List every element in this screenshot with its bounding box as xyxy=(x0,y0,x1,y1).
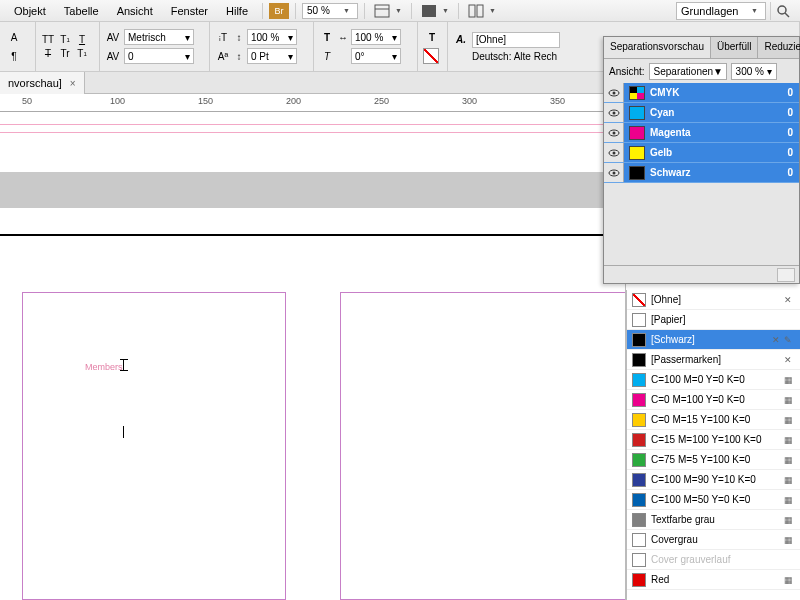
noedit-icon: ✕ xyxy=(784,295,796,305)
vscale-field[interactable]: 100 %▾ xyxy=(247,29,297,45)
fill-icon[interactable]: T xyxy=(423,29,441,45)
menu-hilfe[interactable]: Hilfe xyxy=(218,2,256,20)
bridge-icon[interactable]: Br xyxy=(269,3,289,19)
language-field[interactable]: Deutsch: Alte Rech xyxy=(472,51,557,62)
swatch-row[interactable]: Covergrau▦ xyxy=(627,530,800,550)
swatch-name: C=75 M=5 Y=100 K=0 xyxy=(651,454,784,465)
tab-flatten[interactable]: Reduzie xyxy=(758,37,800,58)
channel-name: Magenta xyxy=(650,127,787,138)
swatch-row[interactable]: C=100 M=0 Y=0 K=0▦ xyxy=(627,370,800,390)
swatch-row[interactable]: [Ohne]✕ xyxy=(627,290,800,310)
swatch-row[interactable]: Textfarbe grau▦ xyxy=(627,510,800,530)
arrange-icon[interactable] xyxy=(465,2,487,20)
svg-rect-4 xyxy=(477,5,483,17)
swatch-row[interactable]: [Passermarken]✕ xyxy=(627,350,800,370)
cmyk-icon: ▦ xyxy=(784,415,796,425)
screen-mode-icon[interactable] xyxy=(418,2,440,20)
cmyk-icon: ▦ xyxy=(784,375,796,385)
skew-field[interactable]: 0°▾ xyxy=(351,48,401,64)
menu-fenster[interactable]: Fenster xyxy=(163,2,216,20)
channel-row[interactable]: Schwarz0 xyxy=(604,163,799,183)
text-frame-left[interactable] xyxy=(22,292,286,600)
swatch-row[interactable]: C=100 M=90 Y=10 K=0▦ xyxy=(627,470,800,490)
channel-name: Gelb xyxy=(650,147,787,158)
swatch-name: [Papier] xyxy=(651,314,796,325)
channel-name: CMYK xyxy=(650,87,787,98)
swatch-color xyxy=(632,293,646,307)
swatch-name: [Schwarz] xyxy=(651,334,772,345)
cmyk-icon: ▦ xyxy=(784,535,796,545)
channel-row[interactable]: Cyan0 xyxy=(604,103,799,123)
channel-swatch xyxy=(629,86,645,100)
view-mode-dropdown[interactable]: Separationen▼ xyxy=(649,63,727,80)
visibility-icon[interactable] xyxy=(604,143,624,162)
search-icon[interactable] xyxy=(770,2,794,20)
workspace-switcher[interactable]: Grundlagen▼ xyxy=(676,2,766,20)
channel-row[interactable]: Magenta0 xyxy=(604,123,799,143)
document-canvas[interactable]: Members xyxy=(0,114,626,600)
menu-tabelle[interactable]: Tabelle xyxy=(56,2,107,20)
ink-limit-dropdown[interactable]: 300 %▾ xyxy=(731,63,777,80)
swatch-color xyxy=(632,453,646,467)
visibility-icon[interactable] xyxy=(604,103,624,122)
swatch-color xyxy=(632,393,646,407)
channel-value: 0 xyxy=(787,167,799,178)
char-style-field[interactable]: [Ohne] xyxy=(472,32,560,48)
hscale-field[interactable]: 100 %▾ xyxy=(351,29,401,45)
kerning-field[interactable]: Metrisch▾ xyxy=(124,29,194,45)
channel-swatch xyxy=(629,146,645,160)
canvas-text: Members xyxy=(85,362,123,372)
channel-swatch xyxy=(629,106,645,120)
swatch-row[interactable]: [Schwarz]✕✎ xyxy=(627,330,800,350)
svg-line-6 xyxy=(785,13,789,17)
stroke-none-icon[interactable] xyxy=(423,48,439,64)
svg-rect-2 xyxy=(422,5,436,17)
panel-footer xyxy=(604,265,799,283)
tab-separations[interactable]: Separationsvorschau xyxy=(604,37,711,58)
swatch-name: C=100 M=50 Y=0 K=0 xyxy=(651,494,784,505)
swatch-row[interactable]: C=100 M=50 Y=0 K=0▦ xyxy=(627,490,800,510)
visibility-icon[interactable] xyxy=(604,123,624,142)
panel-trash-icon[interactable] xyxy=(777,268,795,282)
channel-row[interactable]: Gelb0 xyxy=(604,143,799,163)
tab-trap[interactable]: Überfüll xyxy=(711,37,758,58)
char-format-icon[interactable]: A xyxy=(5,29,23,45)
swatch-row[interactable]: Red▦ xyxy=(627,570,800,590)
menu-objekt[interactable]: Objekt xyxy=(6,2,54,20)
svg-point-8 xyxy=(612,91,615,94)
swatch-row[interactable]: C=15 M=100 Y=100 K=0▦ xyxy=(627,430,800,450)
swatch-row[interactable]: [Papier] xyxy=(627,310,800,330)
channel-value: 0 xyxy=(787,147,799,158)
swatch-row[interactable]: C=75 M=5 Y=100 K=0▦ xyxy=(627,450,800,470)
cmyk-icon: ▦ xyxy=(784,435,796,445)
svg-point-16 xyxy=(612,171,615,174)
menu-ansicht[interactable]: Ansicht xyxy=(109,2,161,20)
swatch-row: Cover grauverlauf xyxy=(627,550,800,570)
swatch-row[interactable]: C=0 M=15 Y=100 K=0▦ xyxy=(627,410,800,430)
channel-value: 0 xyxy=(787,107,799,118)
swatch-row[interactable]: C=0 M=100 Y=0 K=0▦ xyxy=(627,390,800,410)
visibility-icon[interactable] xyxy=(604,163,624,182)
menubar: Objekt Tabelle Ansicht Fenster Hilfe Br … xyxy=(0,0,800,22)
pencil-icon: ✎ xyxy=(784,335,796,345)
channel-name: Schwarz xyxy=(650,167,787,178)
zoom-level[interactable]: 50 %▼ xyxy=(302,3,358,19)
swatch-name: [Passermarken] xyxy=(651,354,784,365)
svg-point-10 xyxy=(612,111,615,114)
swatches-panel: [Ohne]✕[Papier][Schwarz]✕✎[Passermarken]… xyxy=(626,290,800,600)
close-icon[interactable]: × xyxy=(70,78,76,89)
noedit-icon: ✕ xyxy=(772,335,784,345)
view-options-icon[interactable] xyxy=(371,2,393,20)
channel-value: 0 xyxy=(787,127,799,138)
swatch-color xyxy=(632,553,646,567)
tracking-field[interactable]: 0▾ xyxy=(124,48,194,64)
document-tab[interactable]: nvorschau]× xyxy=(0,72,85,94)
baseline-field[interactable]: 0 Pt▾ xyxy=(247,48,297,64)
swatch-color xyxy=(632,313,646,327)
channel-list: CMYK0Cyan0Magenta0Gelb0Schwarz0 xyxy=(604,83,799,183)
visibility-icon[interactable] xyxy=(604,83,624,102)
channel-row[interactable]: CMYK0 xyxy=(604,83,799,103)
cmyk-icon: ▦ xyxy=(784,475,796,485)
para-format-icon[interactable]: ¶ xyxy=(5,48,23,64)
text-frame-right[interactable] xyxy=(340,292,626,600)
